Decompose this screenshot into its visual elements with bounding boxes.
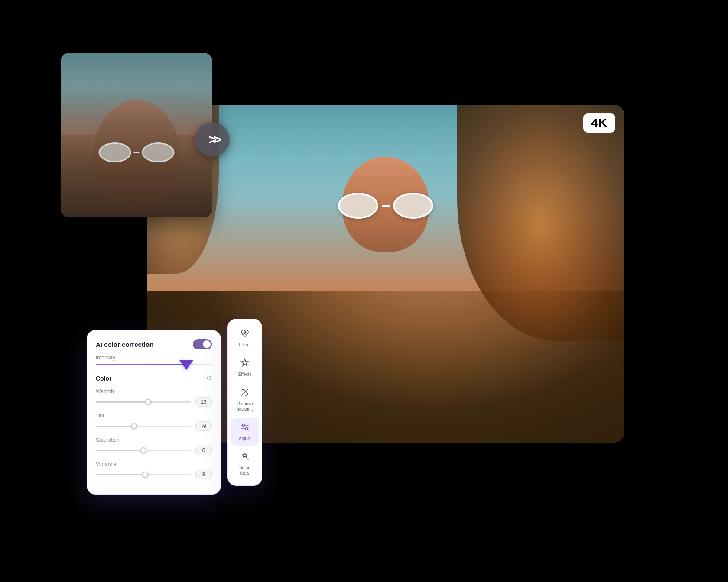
badge-4k: 4K: [583, 113, 615, 133]
saturation-label: Saturation: [96, 437, 212, 443]
saturation-track[interactable]: [96, 450, 191, 451]
tool-filters[interactable]: Filters: [231, 324, 259, 352]
vibrance-thumb[interactable]: [142, 472, 148, 478]
tint-label: Tint: [96, 413, 212, 419]
panel-title: AI color correction: [96, 341, 153, 348]
intensity-slider-thumb[interactable]: [179, 360, 193, 370]
smart-tools-icon: [240, 452, 250, 463]
saturation-value: 0: [195, 446, 212, 455]
filters-icon: [240, 329, 250, 340]
svg-point-6: [246, 428, 248, 430]
tool-remove-bg[interactable]: Removebackgr...: [231, 383, 259, 416]
tint-track[interactable]: [96, 426, 191, 427]
svg-point-4: [243, 424, 245, 427]
before-image: [61, 53, 212, 217]
saturation-fill: [96, 450, 143, 451]
saturation-slider-row: Saturation 0: [96, 437, 212, 455]
warmth-thumb[interactable]: [145, 399, 151, 405]
tint-slider-row: Tint -9: [96, 413, 212, 431]
reset-icon[interactable]: ↺: [206, 374, 212, 382]
intensity-slider-track[interactable]: [96, 364, 212, 365]
warmth-slider-row: Warmth 13: [96, 388, 212, 407]
warmth-fill: [96, 401, 148, 403]
vibrance-fill: [96, 474, 145, 475]
sidebar-tools-panel: Filters Effects Removebackgr...: [228, 319, 262, 486]
warmth-value: 13: [195, 397, 212, 407]
effects-icon: [240, 358, 250, 370]
vibrance-track[interactable]: [96, 474, 191, 475]
vibrance-slider-track: 8: [96, 470, 212, 479]
warmth-track[interactable]: [96, 401, 191, 403]
intensity-label: Intensity: [96, 355, 212, 361]
warmth-slider-track: 13: [96, 397, 212, 407]
effects-label: Effects: [238, 372, 251, 377]
ai-color-correction-panel: AI color correction Intensity Color ↺ Wa…: [87, 330, 221, 495]
chevron-right-icon: >>: [208, 132, 218, 148]
vibrance-label: Vibrance: [96, 461, 212, 467]
saturation-slider-track: 0: [96, 446, 212, 455]
remove-bg-label: Removebackgr...: [237, 401, 253, 412]
tool-adjust[interactable]: Adjust: [231, 418, 259, 446]
tint-thumb[interactable]: [131, 423, 137, 429]
warmth-label: Warmth: [96, 388, 212, 394]
filters-label: Filters: [239, 343, 250, 348]
color-section-title: Color: [96, 375, 112, 382]
tool-smart-tools[interactable]: Smarttools: [231, 447, 259, 480]
sunglasses: [338, 191, 433, 220]
transition-arrow: >>: [195, 122, 230, 157]
tint-slider-track: -9: [96, 421, 212, 431]
intensity-slider-fill: [96, 364, 183, 365]
color-section-header: Color ↺: [96, 374, 212, 382]
tint-value: -9: [195, 421, 212, 431]
smart-tools-label: Smarttools: [239, 466, 251, 476]
tint-fill: [96, 426, 134, 427]
tool-effects[interactable]: Effects: [231, 354, 259, 382]
adjust-icon: [240, 422, 250, 434]
ai-toggle[interactable]: [193, 339, 212, 349]
vibrance-value: 8: [195, 470, 212, 479]
scene: 4K >> AI color correction Intensity: [61, 53, 667, 529]
remove-bg-icon: [240, 388, 250, 399]
adjust-label: Adjust: [239, 436, 251, 441]
before-sunglasses: [99, 142, 175, 163]
panel-header: AI color correction: [96, 339, 212, 349]
saturation-thumb[interactable]: [140, 447, 146, 453]
vibrance-slider-row: Vibrance 8: [96, 461, 212, 479]
